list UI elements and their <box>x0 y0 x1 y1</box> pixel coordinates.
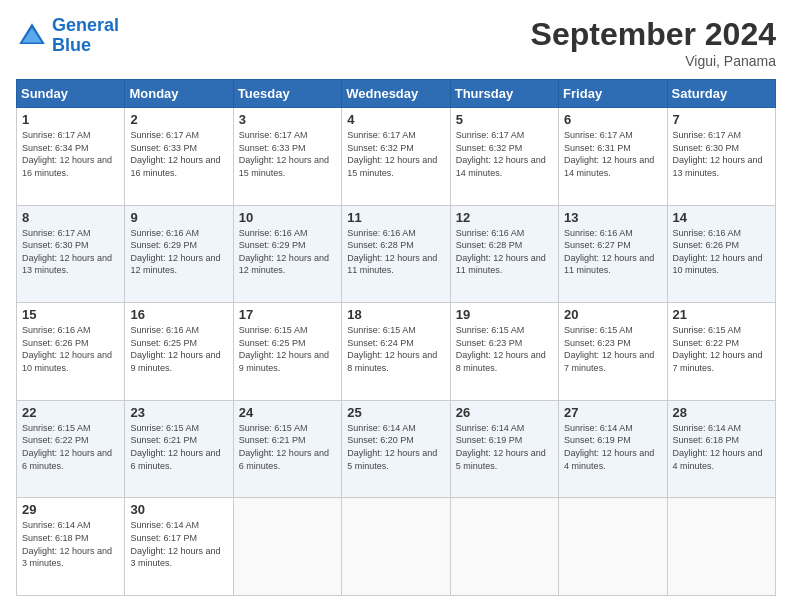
day-number: 18 <box>347 307 444 322</box>
day-number: 4 <box>347 112 444 127</box>
logo-icon <box>16 20 48 52</box>
calendar-cell: 8Sunrise: 6:17 AMSunset: 6:30 PMDaylight… <box>17 205 125 303</box>
day-info: Sunrise: 6:15 AMSunset: 6:21 PMDaylight:… <box>239 422 336 472</box>
day-number: 11 <box>347 210 444 225</box>
calendar-cell <box>559 498 667 596</box>
day-number: 23 <box>130 405 227 420</box>
day-number: 24 <box>239 405 336 420</box>
calendar-cell: 15Sunrise: 6:16 AMSunset: 6:26 PMDayligh… <box>17 303 125 401</box>
calendar-cell: 1Sunrise: 6:17 AMSunset: 6:34 PMDaylight… <box>17 108 125 206</box>
day-info: Sunrise: 6:17 AMSunset: 6:33 PMDaylight:… <box>239 129 336 179</box>
day-number: 7 <box>673 112 770 127</box>
calendar-table: Sunday Monday Tuesday Wednesday Thursday… <box>16 79 776 596</box>
day-number: 30 <box>130 502 227 517</box>
title-block: September 2024 Vigui, Panama <box>531 16 776 69</box>
calendar-cell <box>342 498 450 596</box>
calendar-cell: 30Sunrise: 6:14 AMSunset: 6:17 PMDayligh… <box>125 498 233 596</box>
day-number: 16 <box>130 307 227 322</box>
day-info: Sunrise: 6:16 AMSunset: 6:29 PMDaylight:… <box>239 227 336 277</box>
calendar-cell <box>233 498 341 596</box>
subtitle: Vigui, Panama <box>531 53 776 69</box>
day-info: Sunrise: 6:16 AMSunset: 6:28 PMDaylight:… <box>456 227 553 277</box>
calendar-week-4: 22Sunrise: 6:15 AMSunset: 6:22 PMDayligh… <box>17 400 776 498</box>
calendar-cell <box>450 498 558 596</box>
day-number: 13 <box>564 210 661 225</box>
calendar-cell: 5Sunrise: 6:17 AMSunset: 6:32 PMDaylight… <box>450 108 558 206</box>
day-number: 15 <box>22 307 119 322</box>
col-thursday: Thursday <box>450 80 558 108</box>
calendar-cell: 6Sunrise: 6:17 AMSunset: 6:31 PMDaylight… <box>559 108 667 206</box>
calendar-cell: 22Sunrise: 6:15 AMSunset: 6:22 PMDayligh… <box>17 400 125 498</box>
day-info: Sunrise: 6:17 AMSunset: 6:32 PMDaylight:… <box>456 129 553 179</box>
logo-general: General <box>52 15 119 35</box>
day-number: 5 <box>456 112 553 127</box>
day-number: 19 <box>456 307 553 322</box>
main-title: September 2024 <box>531 16 776 53</box>
calendar-cell: 21Sunrise: 6:15 AMSunset: 6:22 PMDayligh… <box>667 303 775 401</box>
day-number: 20 <box>564 307 661 322</box>
calendar-week-2: 8Sunrise: 6:17 AMSunset: 6:30 PMDaylight… <box>17 205 776 303</box>
day-info: Sunrise: 6:17 AMSunset: 6:32 PMDaylight:… <box>347 129 444 179</box>
day-number: 25 <box>347 405 444 420</box>
day-info: Sunrise: 6:16 AMSunset: 6:26 PMDaylight:… <box>673 227 770 277</box>
calendar-cell: 29Sunrise: 6:14 AMSunset: 6:18 PMDayligh… <box>17 498 125 596</box>
day-info: Sunrise: 6:14 AMSunset: 6:17 PMDaylight:… <box>130 519 227 569</box>
day-info: Sunrise: 6:15 AMSunset: 6:21 PMDaylight:… <box>130 422 227 472</box>
calendar-cell: 13Sunrise: 6:16 AMSunset: 6:27 PMDayligh… <box>559 205 667 303</box>
day-info: Sunrise: 6:16 AMSunset: 6:27 PMDaylight:… <box>564 227 661 277</box>
calendar-cell: 23Sunrise: 6:15 AMSunset: 6:21 PMDayligh… <box>125 400 233 498</box>
day-info: Sunrise: 6:15 AMSunset: 6:24 PMDaylight:… <box>347 324 444 374</box>
day-info: Sunrise: 6:16 AMSunset: 6:29 PMDaylight:… <box>130 227 227 277</box>
calendar-cell: 25Sunrise: 6:14 AMSunset: 6:20 PMDayligh… <box>342 400 450 498</box>
calendar-cell: 24Sunrise: 6:15 AMSunset: 6:21 PMDayligh… <box>233 400 341 498</box>
header: General Blue September 2024 Vigui, Panam… <box>16 16 776 69</box>
logo-text: General Blue <box>52 16 119 56</box>
day-info: Sunrise: 6:15 AMSunset: 6:22 PMDaylight:… <box>673 324 770 374</box>
col-saturday: Saturday <box>667 80 775 108</box>
calendar-cell: 14Sunrise: 6:16 AMSunset: 6:26 PMDayligh… <box>667 205 775 303</box>
day-number: 29 <box>22 502 119 517</box>
calendar-cell: 11Sunrise: 6:16 AMSunset: 6:28 PMDayligh… <box>342 205 450 303</box>
col-sunday: Sunday <box>17 80 125 108</box>
day-number: 14 <box>673 210 770 225</box>
day-info: Sunrise: 6:17 AMSunset: 6:30 PMDaylight:… <box>673 129 770 179</box>
day-number: 10 <box>239 210 336 225</box>
day-number: 27 <box>564 405 661 420</box>
calendar-cell: 4Sunrise: 6:17 AMSunset: 6:32 PMDaylight… <box>342 108 450 206</box>
calendar-cell: 16Sunrise: 6:16 AMSunset: 6:25 PMDayligh… <box>125 303 233 401</box>
day-info: Sunrise: 6:17 AMSunset: 6:30 PMDaylight:… <box>22 227 119 277</box>
calendar-week-3: 15Sunrise: 6:16 AMSunset: 6:26 PMDayligh… <box>17 303 776 401</box>
day-number: 3 <box>239 112 336 127</box>
day-number: 6 <box>564 112 661 127</box>
day-info: Sunrise: 6:17 AMSunset: 6:34 PMDaylight:… <box>22 129 119 179</box>
calendar-cell: 18Sunrise: 6:15 AMSunset: 6:24 PMDayligh… <box>342 303 450 401</box>
day-number: 2 <box>130 112 227 127</box>
calendar-cell: 9Sunrise: 6:16 AMSunset: 6:29 PMDaylight… <box>125 205 233 303</box>
calendar-cell: 28Sunrise: 6:14 AMSunset: 6:18 PMDayligh… <box>667 400 775 498</box>
page: General Blue September 2024 Vigui, Panam… <box>0 0 792 612</box>
day-info: Sunrise: 6:14 AMSunset: 6:18 PMDaylight:… <box>22 519 119 569</box>
day-number: 8 <box>22 210 119 225</box>
day-info: Sunrise: 6:15 AMSunset: 6:23 PMDaylight:… <box>564 324 661 374</box>
day-info: Sunrise: 6:16 AMSunset: 6:25 PMDaylight:… <box>130 324 227 374</box>
day-info: Sunrise: 6:16 AMSunset: 6:26 PMDaylight:… <box>22 324 119 374</box>
day-info: Sunrise: 6:17 AMSunset: 6:33 PMDaylight:… <box>130 129 227 179</box>
day-number: 12 <box>456 210 553 225</box>
calendar-cell: 12Sunrise: 6:16 AMSunset: 6:28 PMDayligh… <box>450 205 558 303</box>
calendar-cell: 26Sunrise: 6:14 AMSunset: 6:19 PMDayligh… <box>450 400 558 498</box>
calendar-week-1: 1Sunrise: 6:17 AMSunset: 6:34 PMDaylight… <box>17 108 776 206</box>
day-info: Sunrise: 6:14 AMSunset: 6:18 PMDaylight:… <box>673 422 770 472</box>
day-info: Sunrise: 6:14 AMSunset: 6:19 PMDaylight:… <box>456 422 553 472</box>
day-info: Sunrise: 6:14 AMSunset: 6:19 PMDaylight:… <box>564 422 661 472</box>
day-number: 22 <box>22 405 119 420</box>
logo: General Blue <box>16 16 119 56</box>
calendar-week-5: 29Sunrise: 6:14 AMSunset: 6:18 PMDayligh… <box>17 498 776 596</box>
day-info: Sunrise: 6:15 AMSunset: 6:25 PMDaylight:… <box>239 324 336 374</box>
day-number: 1 <box>22 112 119 127</box>
day-info: Sunrise: 6:17 AMSunset: 6:31 PMDaylight:… <box>564 129 661 179</box>
day-number: 9 <box>130 210 227 225</box>
day-info: Sunrise: 6:15 AMSunset: 6:23 PMDaylight:… <box>456 324 553 374</box>
calendar-cell: 10Sunrise: 6:16 AMSunset: 6:29 PMDayligh… <box>233 205 341 303</box>
day-info: Sunrise: 6:15 AMSunset: 6:22 PMDaylight:… <box>22 422 119 472</box>
calendar-cell: 20Sunrise: 6:15 AMSunset: 6:23 PMDayligh… <box>559 303 667 401</box>
